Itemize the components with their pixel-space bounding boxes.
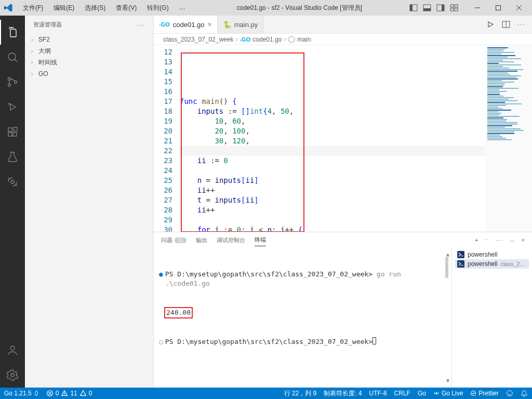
window-title: code01.go - sf2 - Visual Studio Code [管理… [190, 4, 409, 12]
tree-item-outline[interactable]: ›大纲 [25, 45, 153, 57]
info-icon [79, 390, 87, 397]
status-notifications-icon[interactable] [521, 389, 528, 398]
activity-remote-icon[interactable] [0, 169, 25, 194]
terminal-output-highlighted: 240.00 [164, 307, 193, 318]
cursor-icon [373, 337, 376, 344]
terminal-dropdown-icon[interactable]: ﹀ [484, 237, 489, 244]
minimap[interactable] [485, 45, 532, 232]
menu-more[interactable]: … [175, 3, 190, 14]
svg-rect-5 [442, 5, 444, 11]
tree-label: 时间线 [38, 58, 57, 67]
layout-panel-left-icon[interactable] [409, 4, 418, 12]
panel-tab-debug-console[interactable]: 调试控制台 [217, 234, 245, 246]
status-eol[interactable]: CRLF [394, 389, 410, 398]
tree-item-sf2[interactable]: ›SF2 [25, 34, 153, 45]
minimize-button[interactable] [469, 2, 486, 14]
sidebar-more-icon[interactable]: ··· [137, 22, 145, 28]
svg-marker-28 [488, 22, 493, 27]
check-icon [470, 390, 476, 396]
status-problems[interactable]: 0 11 0 [46, 390, 92, 397]
svg-rect-8 [450, 8, 454, 11]
activity-accounts-icon[interactable] [0, 338, 25, 363]
svg-line-15 [15, 59, 17, 62]
activity-explorer-icon[interactable] [0, 20, 25, 45]
code-editor[interactable]: func main() { inputs := []int{4, 50, 10,… [180, 45, 485, 232]
menu-view[interactable]: 查看(V) [112, 3, 141, 14]
svg-rect-9 [455, 8, 458, 11]
go-file-icon: -GO [240, 36, 250, 43]
breadcrumb-folder[interactable]: class_2023_07_02_week [163, 36, 233, 43]
problems-badge: 11 [175, 237, 187, 243]
tree-item-go[interactable]: ›GO [25, 68, 153, 79]
svg-point-20 [9, 103, 10, 104]
svg-point-18 [15, 81, 17, 84]
warning-icon [61, 390, 68, 397]
panel-close-icon[interactable]: × [522, 237, 525, 243]
sidebar: 资源管理器 ··· ›SF2 ›大纲 ›时间线 ›GO [25, 16, 154, 388]
panel-body: ●PS D:\mysetup\gopath\src\sf2\class_2023… [154, 248, 532, 388]
status-bar: Go 1.21.5 0 11 0 行 22，列 9 制表符长度: 4 UTF-8… [0, 388, 532, 399]
tab-code01-go[interactable]: -GO code01.go × [154, 16, 218, 33]
menu-select[interactable]: 选择(S) [81, 3, 110, 14]
svg-point-14 [8, 53, 16, 60]
status-prettier[interactable]: Prettier [470, 389, 499, 398]
sidebar-title: 资源管理器 [33, 21, 62, 29]
layout-customize-icon[interactable] [450, 4, 458, 12]
activity-testing-icon[interactable] [0, 144, 25, 169]
maximize-button[interactable] [489, 2, 507, 14]
split-editor-icon[interactable] [502, 20, 510, 29]
activity-scm-icon[interactable] [0, 70, 25, 95]
sidebar-header: 资源管理器 ··· [25, 16, 153, 34]
run-icon[interactable] [486, 20, 495, 29]
menu-file[interactable]: 文件(F) [19, 3, 47, 14]
close-icon[interactable]: × [208, 20, 212, 29]
sidebar-tree: ›SF2 ›大纲 ›时间线 ›GO [25, 34, 153, 79]
status-indent[interactable]: 制表符长度: 4 [324, 389, 362, 398]
svg-point-16 [8, 78, 11, 81]
svg-point-27 [11, 374, 14, 377]
status-language[interactable]: Go [418, 389, 426, 398]
svg-marker-19 [10, 104, 16, 110]
status-golive[interactable]: Go Live [433, 389, 463, 398]
chevron-right-icon: › [31, 60, 37, 65]
menu-edit[interactable]: 编辑(E) [49, 3, 78, 14]
terminal-entry[interactable]: powershell [455, 250, 529, 259]
new-terminal-icon[interactable]: + [475, 237, 478, 243]
activity-search-icon[interactable] [0, 45, 25, 70]
status-encoding[interactable]: UTF-8 [369, 389, 387, 398]
svg-point-38 [435, 393, 437, 394]
close-button[interactable] [510, 2, 528, 14]
terminal[interactable]: ●PS D:\mysetup\gopath\src\sf2\class_2023… [154, 248, 451, 388]
tab-main-py[interactable]: 🐍 main.py [218, 16, 264, 33]
terminal-scrollbar[interactable]: ▲ ▼ [444, 250, 449, 385]
status-cursor[interactable]: 行 22，列 9 [284, 389, 317, 398]
panel-maximize-icon[interactable]: ︿ [510, 236, 515, 244]
breadcrumbs[interactable]: class_2023_07_02_week › -GO code01.go › … [154, 34, 532, 45]
editor-area: -GO code01.go × 🐍 main.py ··· class_2023… [154, 16, 532, 388]
bullet-icon: ○ [159, 337, 163, 347]
activity-debug-icon[interactable] [0, 95, 25, 119]
panel-tab-output[interactable]: 输出 [196, 234, 207, 246]
tab-label: code01.go [173, 21, 205, 29]
tab-label: main.py [234, 21, 258, 29]
activity-extensions-icon[interactable] [0, 119, 25, 144]
chevron-right-icon: › [31, 71, 37, 77]
menu-goto[interactable]: 转到(G) [143, 3, 172, 14]
panel: 问题11 输出 调试控制台 终端 + ﹀ ··· ︿ × ●PS D:\myse… [154, 232, 532, 388]
layout-panel-bottom-icon[interactable] [423, 4, 431, 12]
breadcrumb-file[interactable]: code01.go [252, 36, 282, 43]
panel-more-icon[interactable]: ··· [495, 237, 503, 243]
panel-tab-problems[interactable]: 问题11 [161, 234, 187, 246]
svg-rect-6 [450, 5, 454, 7]
layout-panel-right-icon[interactable] [436, 4, 445, 12]
status-go-version[interactable]: Go 1.21.5 [4, 390, 39, 397]
tree-label: SF2 [38, 36, 50, 43]
tree-item-timeline[interactable]: ›时间线 [25, 57, 153, 68]
activity-settings-icon[interactable] [0, 363, 25, 388]
line-gutter: 12131415161718192021222324252627282930 [154, 45, 180, 232]
more-icon[interactable]: ··· [517, 21, 526, 28]
terminal-entry-extra: class_2... [500, 261, 524, 267]
breadcrumb-symbol[interactable]: main [297, 36, 311, 43]
panel-tab-terminal[interactable]: 终端 [255, 234, 266, 246]
status-feedback-icon[interactable] [506, 389, 513, 398]
